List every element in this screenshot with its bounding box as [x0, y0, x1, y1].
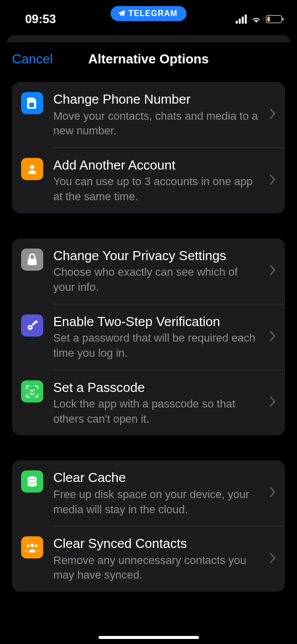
svg-point-1: [30, 165, 34, 169]
app-pill-label: TELEGRAM: [129, 9, 178, 18]
row-title: Enable Two-Step Verification: [53, 313, 261, 330]
row-clear-contacts[interactable]: Clear Synced Contacts Remove any unneces…: [12, 526, 285, 592]
row-subtitle: Choose who exactly can see which of your…: [53, 265, 261, 294]
home-indicator[interactable]: [98, 636, 199, 639]
chevron-right-icon: [270, 553, 276, 565]
group-icon: [21, 536, 43, 558]
wifi-icon: [251, 15, 262, 23]
status-bar: 09:53 TELEGRAM: [0, 0, 297, 35]
scroll-content[interactable]: Change Phone Number Move your contacts, …: [0, 82, 297, 592]
chevron-right-icon: [270, 331, 276, 343]
chevron-right-icon: [270, 396, 276, 409]
section-storage: Clear Cache Free up disk space on your d…: [12, 460, 285, 592]
section-account: Change Phone Number Move your contacts, …: [12, 82, 285, 213]
row-two-step[interactable]: Enable Two-Step Verification Set a passw…: [12, 304, 285, 370]
svg-point-13: [35, 545, 37, 547]
cancel-button[interactable]: Cancel: [12, 51, 53, 67]
battery-icon: [266, 15, 282, 23]
lock-icon: [21, 249, 43, 271]
svg-point-4: [29, 327, 31, 329]
sheet-handle: [7, 35, 290, 42]
row-change-phone[interactable]: Change Phone Number Move your contacts, …: [12, 82, 285, 147]
chevron-right-icon: [270, 175, 276, 187]
chevron-right-icon: [270, 109, 276, 121]
row-title: Clear Synced Contacts: [53, 535, 261, 552]
telegram-icon: [118, 10, 126, 18]
nav-bar: Cancel Alternative Options: [0, 42, 297, 82]
row-privacy[interactable]: Change Your Privacy Settings Choose who …: [12, 238, 285, 304]
chevron-right-icon: [270, 265, 276, 277]
row-subtitle: Lock the app with a passcode so that oth…: [53, 396, 261, 426]
row-title: Set a Passcode: [53, 379, 261, 396]
app-pill[interactable]: TELEGRAM: [111, 6, 187, 21]
page-title: Alternative Options: [88, 51, 209, 67]
key-icon: [21, 314, 43, 337]
svg-rect-2: [28, 259, 37, 265]
section-security: Change Your Privacy Settings Choose who …: [12, 238, 285, 436]
row-subtitle: You can use up to 3 accounts in one app …: [53, 174, 261, 204]
status-time: 09:53: [25, 12, 56, 26]
row-subtitle: Move your contacts, chats and media to a…: [53, 109, 261, 138]
status-icons: [236, 15, 282, 24]
svg-rect-0: [29, 103, 34, 107]
row-title: Change Your Privacy Settings: [53, 248, 261, 264]
row-clear-cache[interactable]: Clear Cache Free up disk space on your d…: [12, 460, 285, 526]
database-icon: [21, 470, 43, 493]
row-subtitle: Remove any unnecessary contacts you may …: [53, 553, 261, 583]
chevron-right-icon: [270, 487, 276, 499]
row-passcode[interactable]: Set a Passcode Lock the app with a passc…: [12, 370, 285, 436]
faceid-icon: [21, 380, 43, 403]
row-subtitle: Set a password that will be required eac…: [53, 331, 261, 360]
sim-icon: [21, 92, 43, 114]
svg-point-12: [27, 545, 29, 547]
row-subtitle: Free up disk space on your device, your …: [53, 487, 261, 517]
row-title: Add Another Account: [53, 157, 261, 174]
row-title: Clear Cache: [53, 469, 261, 486]
row-add-account[interactable]: Add Another Account You can use up to 3 …: [12, 148, 285, 213]
person-icon: [21, 158, 43, 180]
row-title: Change Phone Number: [53, 91, 261, 108]
svg-point-11: [31, 544, 34, 547]
cellular-icon: [236, 15, 247, 24]
